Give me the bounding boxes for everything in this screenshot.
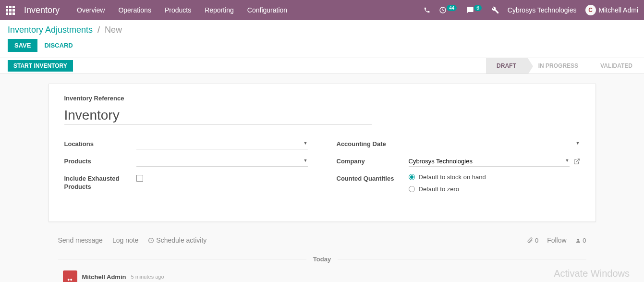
topbar: Inventory Overview Operations Products R…: [0, 0, 644, 20]
status-steps: DRAFT IN PROGRESS VALIDATED: [486, 58, 644, 74]
nav-configuration[interactable]: Configuration: [247, 6, 287, 14]
radio-stock-label: Default to stock on hand: [419, 173, 486, 181]
locations-label: Locations: [64, 139, 136, 148]
discard-button[interactable]: DISCARD: [44, 42, 73, 49]
products-label: Products: [64, 156, 136, 166]
log-entry: ●● Mitchell Admin 5 minutes ago: [58, 270, 586, 282]
paperclip-icon: 0: [535, 237, 538, 244]
status-validated[interactable]: VALIDATED: [590, 58, 644, 74]
inventory-reference-input[interactable]: [64, 106, 372, 124]
log-note-button[interactable]: Log note: [112, 236, 139, 244]
watermark: Activate Windows: [554, 268, 630, 279]
company-switcher[interactable]: Cybrosys Technologies: [508, 6, 577, 14]
form-col-right: Accounting Date ▼ Company ▼: [337, 139, 580, 202]
locations-field[interactable]: [136, 139, 308, 149]
include-exhausted-checkbox[interactable]: [136, 175, 143, 182]
messages-icon[interactable]: 6: [466, 6, 483, 14]
inventory-reference-label: Inventory Reference: [64, 95, 580, 102]
company-field[interactable]: [409, 156, 570, 167]
radio-default-zero[interactable]: Default to zero: [409, 185, 580, 193]
schedule-activity-button[interactable]: Schedule activity: [148, 236, 207, 244]
radio-icon: [409, 174, 415, 180]
follow-button[interactable]: Follow: [547, 236, 566, 244]
products-field[interactable]: [136, 156, 308, 167]
content-area: Inventory Reference Locations ▼ Products…: [0, 74, 644, 282]
log-time: 5 minutes ago: [131, 274, 164, 280]
messages-badge: 6: [474, 5, 482, 11]
chatter: Send message Log note Schedule activity …: [49, 231, 596, 282]
accounting-date-field[interactable]: [409, 139, 580, 149]
radio-stock-on-hand[interactable]: Default to stock on hand: [409, 173, 580, 181]
activity-badge: 44: [447, 5, 457, 11]
status-row: START INVENTORY DRAFT IN PROGRESS VALIDA…: [0, 58, 644, 74]
nav-operations[interactable]: Operations: [118, 6, 151, 14]
follower-count[interactable]: 0: [575, 237, 586, 244]
action-bar: SAVE DISCARD: [0, 39, 644, 58]
apps-icon[interactable]: [5, 5, 15, 15]
person-icon: 0: [583, 237, 586, 244]
chatter-top: Send message Log note Schedule activity …: [58, 236, 586, 252]
send-message-button[interactable]: Send message: [58, 236, 103, 244]
status-in-progress[interactable]: IN PROGRESS: [528, 58, 590, 74]
user-name: Mitchell Admi: [599, 6, 638, 14]
external-link-icon[interactable]: [573, 158, 580, 165]
breadcrumb: Inventory Adjustments / New: [0, 20, 644, 39]
breadcrumb-current: New: [105, 25, 122, 35]
nav-overview[interactable]: Overview: [77, 6, 105, 14]
log-avatar: ●●: [63, 270, 77, 282]
form-col-left: Locations ▼ Products ▼ Include Exhausted…: [64, 139, 308, 202]
status-draft[interactable]: DRAFT: [486, 58, 528, 74]
radio-zero-label: Default to zero: [419, 185, 460, 193]
nav-links: Overview Operations Products Reporting C…: [77, 6, 287, 14]
tools-icon[interactable]: [491, 6, 499, 14]
breadcrumb-sep: /: [97, 25, 100, 35]
form-sheet: Inventory Reference Locations ▼ Products…: [49, 84, 596, 222]
accounting-date-label: Accounting Date: [337, 139, 409, 148]
log-author: Mitchell Admin: [82, 273, 126, 281]
attachment-count[interactable]: 0: [527, 237, 538, 244]
counted-quantities-label: Counted Quantities: [337, 173, 409, 183]
save-button[interactable]: SAVE: [8, 39, 37, 52]
topbar-right: 44 6 Cybrosys Technologies C Mitchell Ad…: [424, 5, 638, 15]
app-name[interactable]: Inventory: [24, 5, 60, 15]
avatar: C: [585, 5, 596, 15]
nav-products[interactable]: Products: [165, 6, 191, 14]
include-exhausted-label: Include Exhausted Products: [64, 173, 136, 191]
activity-icon[interactable]: 44: [439, 6, 458, 14]
today-divider: Today: [58, 256, 586, 263]
nav-reporting[interactable]: Reporting: [205, 6, 234, 14]
radio-icon: [409, 186, 415, 192]
phone-icon[interactable]: [424, 7, 430, 13]
company-label: Company: [337, 156, 409, 166]
user-menu[interactable]: C Mitchell Admi: [585, 5, 638, 15]
svg-line-1: [576, 159, 579, 162]
start-inventory-button[interactable]: START INVENTORY: [8, 60, 73, 72]
breadcrumb-root[interactable]: Inventory Adjustments: [8, 25, 93, 35]
